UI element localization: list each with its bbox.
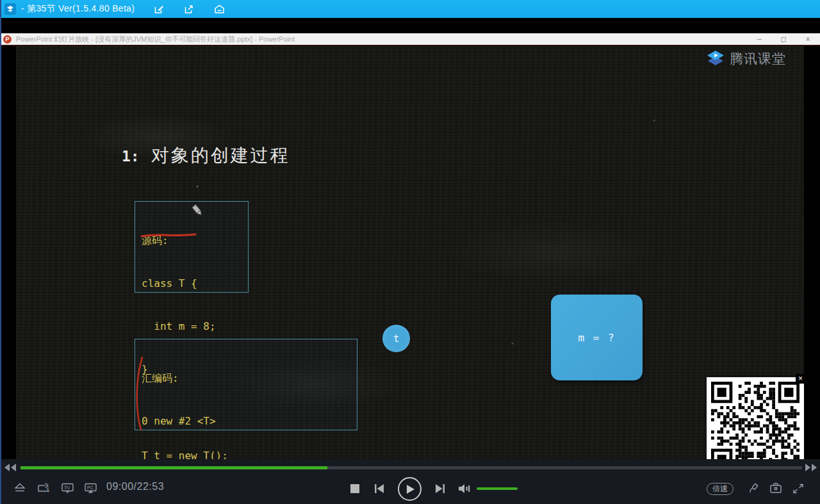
home-icon[interactable] bbox=[214, 4, 225, 15]
marker-pen-icon[interactable] bbox=[746, 482, 760, 498]
volume-slider[interactable] bbox=[477, 487, 518, 490]
slide-title-text: 对象的创建过程 bbox=[151, 143, 290, 168]
edit-icon[interactable] bbox=[154, 4, 165, 15]
stop-button[interactable] bbox=[350, 484, 359, 493]
source-code-line: int m = 8; bbox=[142, 320, 242, 334]
play-triangle-icon bbox=[406, 484, 415, 494]
window-left-edge bbox=[0, 0, 1, 504]
lesson-title: - 第35节 Ver(1.5.4.80 Beta) bbox=[21, 3, 135, 15]
share-icon[interactable] bbox=[184, 4, 195, 15]
volume-icon[interactable] bbox=[457, 483, 472, 497]
brand-name: 腾讯课堂 bbox=[730, 50, 786, 68]
eject-icon[interactable] bbox=[13, 482, 26, 496]
svg-text:PC: PC bbox=[87, 485, 94, 490]
ppt-window-titlebar: P PowerPoint 幻灯片放映 - [没有深厚的JVM知识_你不可能回答好… bbox=[0, 33, 820, 46]
window-controls: – □ × bbox=[747, 33, 820, 45]
bytecode-box-label: 汇编码: bbox=[142, 371, 350, 386]
powerpoint-icon: P bbox=[3, 35, 12, 44]
minimize-button[interactable]: – bbox=[747, 33, 771, 45]
object-box: m = ? bbox=[551, 295, 643, 380]
playback-speed-button[interactable]: 倍速 bbox=[707, 483, 734, 495]
qr-code bbox=[711, 382, 800, 470]
app-logo-icon bbox=[4, 3, 16, 15]
brand-watermark: 腾讯课堂 bbox=[706, 50, 786, 68]
video-stage: 腾讯课堂 1: 对象的创建过程 源码: class T { int m = 8;… bbox=[0, 46, 820, 459]
next-button[interactable] bbox=[434, 483, 447, 497]
progress-fill bbox=[20, 466, 327, 469]
player-controls-bar: i TV PC 09:00/22:53 bbox=[0, 459, 820, 504]
rotate-info-icon[interactable]: i bbox=[37, 482, 51, 496]
source-box-label: 源码: bbox=[142, 234, 242, 248]
qr-close-icon[interactable]: × bbox=[796, 374, 805, 384]
svg-text:i: i bbox=[46, 487, 50, 493]
source-code-line: class T { bbox=[142, 277, 242, 291]
slide-title-number: 1: bbox=[122, 148, 140, 165]
time-display: 09:00/22:53 bbox=[106, 481, 164, 492]
fullscreen-icon[interactable] bbox=[792, 482, 805, 498]
volume-fill bbox=[477, 487, 518, 490]
tencent-classroom-icon bbox=[706, 50, 725, 68]
blackboard-slide: 腾讯课堂 1: 对象的创建过程 源码: class T { int m = 8;… bbox=[16, 46, 804, 459]
toolbox-icon[interactable] bbox=[769, 482, 783, 497]
reference-circle: t bbox=[382, 325, 410, 352]
close-button[interactable]: × bbox=[796, 33, 820, 45]
bytecode-box: 汇编码: 0 new #2 <T> 3 dup 4 invokespecial … bbox=[135, 339, 357, 430]
reference-circle-label: t bbox=[393, 332, 400, 345]
play-button[interactable] bbox=[398, 477, 422, 501]
black-gap-strip bbox=[0, 18, 820, 33]
maximize-button[interactable]: □ bbox=[771, 33, 796, 45]
pc-screen-icon[interactable]: PC bbox=[84, 482, 97, 496]
previous-button[interactable] bbox=[373, 483, 386, 497]
bytecode-line: 0 new #2 <T> bbox=[142, 414, 350, 428]
skip-back-icon[interactable] bbox=[3, 462, 17, 474]
progress-bar[interactable] bbox=[20, 466, 802, 469]
ppt-window-title: PowerPoint 幻灯片放映 - [没有深厚的JVM知识_你不可能回答好这道… bbox=[16, 35, 295, 44]
slide-title: 1: 对象的创建过程 bbox=[122, 143, 290, 168]
grad-cap-glyph bbox=[6, 5, 14, 13]
tv-cast-icon[interactable]: TV bbox=[61, 482, 74, 496]
object-box-label: m = ? bbox=[578, 332, 615, 344]
player-titlebar: - 第35节 Ver(1.5.4.80 Beta) bbox=[0, 0, 820, 18]
skip-forward-icon[interactable] bbox=[804, 462, 818, 474]
svg-text:TV: TV bbox=[64, 485, 70, 490]
